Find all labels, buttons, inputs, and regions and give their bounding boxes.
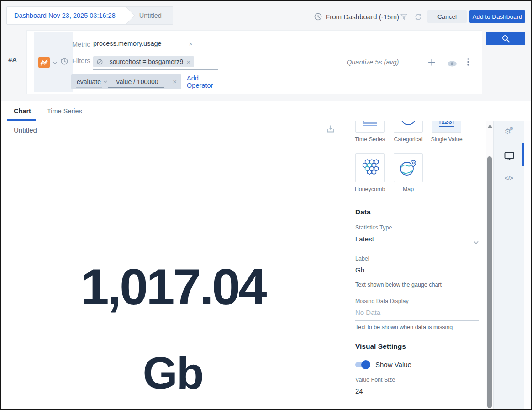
decimals-group: Decimals xyxy=(355,409,479,409)
honeycomb-chart-icon xyxy=(355,153,385,182)
time-range-label[interactable]: From Dashboard (-15m) xyxy=(326,13,399,21)
settings-panel: Time Series Categorical xyxy=(345,121,486,409)
decimals-label: Decimals xyxy=(355,409,479,409)
tab-dashboard-query-label: Dashboard Nov 23, 2025 03:16:28 xyxy=(14,12,116,19)
chart-panel: Untitled 1,017.04 Gb xyxy=(1,121,345,409)
operator-name[interactable]: evaluate xyxy=(77,78,107,85)
chart-type-row-2: Honeycomb xyxy=(355,153,479,192)
chevron-down-icon[interactable] xyxy=(53,58,57,66)
statistics-type-select[interactable]: Latest xyxy=(355,235,479,247)
metric-value: process.memory.usage xyxy=(93,40,162,47)
time-series-chart-icon xyxy=(355,121,385,133)
filters-label: Filters xyxy=(72,56,93,64)
app-window: Dashboard Nov 23, 2025 03:16:28 Untitled… xyxy=(0,0,532,410)
missing-data-label: Missing Data Display xyxy=(355,298,479,304)
show-value-toggle[interactable] xyxy=(355,362,369,367)
single-value-display: 1,017.04 xyxy=(1,261,345,313)
data-section-heading: Data xyxy=(355,208,479,216)
scrollbar-up-arrow[interactable] xyxy=(488,124,492,128)
metric-row: Metric process.memory.usage × xyxy=(72,40,193,50)
value-font-size-group: Value Font Size 24 xyxy=(355,377,479,399)
tab-chart[interactable]: Chart xyxy=(14,107,31,115)
filter-remove-icon[interactable]: × xyxy=(186,59,190,65)
chart-type-time-series[interactable]: Time Series xyxy=(355,121,385,143)
query-type-block xyxy=(34,32,73,92)
filter-chip-label: _sourcehost = bosgamerz9 xyxy=(106,58,183,65)
operator-chip[interactable]: evaluate _value / 100000 × xyxy=(71,74,181,89)
add-operator-link[interactable]: Add Operator xyxy=(187,75,223,89)
metric-clear-icon[interactable]: × xyxy=(189,40,193,47)
operator-row: evaluate _value / 100000 × Add Operator xyxy=(71,74,223,89)
chart-type-label: Single Value xyxy=(431,136,462,143)
add-query-icon[interactable] xyxy=(428,59,436,68)
filters-input[interactable]: _sourcehost = bosgamerz9 × xyxy=(93,56,218,70)
search-icon xyxy=(502,35,510,43)
tab-dashboard-query[interactable]: Dashboard Nov 23, 2025 03:16:28 xyxy=(7,7,126,24)
missing-data-input[interactable]: No Data xyxy=(355,309,479,321)
right-margin xyxy=(524,121,531,409)
tab-time-series[interactable]: Time Series xyxy=(47,107,82,115)
operator-expression-underline xyxy=(108,87,164,88)
active-rail-indicator xyxy=(522,143,524,166)
label-help-text: Text shown below the gauge chart xyxy=(355,282,479,288)
statistics-type-label: Statistics Type xyxy=(355,224,479,231)
chart-type-label: Time Series xyxy=(355,136,385,143)
more-options-kebab-icon[interactable] xyxy=(467,58,469,68)
metrics-query-icon[interactable] xyxy=(38,57,50,68)
chart-type-categorical[interactable]: Categorical xyxy=(394,121,423,143)
chart-type-label: Map xyxy=(403,186,414,192)
single-value-unit-label: Gb xyxy=(1,351,345,395)
label-input[interactable]: Gb xyxy=(355,266,479,278)
toggle-knob xyxy=(361,360,370,369)
chart-title: Untitled xyxy=(14,126,37,134)
value-font-size-input[interactable]: 24 xyxy=(355,387,479,399)
missing-data-group: Missing Data Display No Data Text to be … xyxy=(355,298,479,330)
scrollbar-thumb[interactable] xyxy=(487,156,492,408)
settings-scrollbar[interactable] xyxy=(486,121,493,409)
metric-input[interactable]: process.memory.usage × xyxy=(93,40,193,50)
settings-gears-icon[interactable]: ⚙⚙ xyxy=(494,128,524,135)
map-chart-icon xyxy=(394,153,423,182)
settings-scroll-content: Time Series Categorical xyxy=(355,121,479,409)
statistics-type-value: Latest xyxy=(355,235,374,243)
search-button[interactable] xyxy=(486,32,525,45)
chart-type-honeycomb[interactable]: Honeycomb xyxy=(355,153,385,192)
topbar: Dashboard Nov 23, 2025 03:16:28 Untitled… xyxy=(1,1,531,101)
query-tab-group: Dashboard Nov 23, 2025 03:16:28 Untitled xyxy=(6,6,173,25)
query-row-label: #A xyxy=(8,56,17,64)
quantize-label: Quantize 5s (avg) xyxy=(347,59,399,66)
code-view-icon[interactable]: </> xyxy=(494,175,524,181)
filters-row: Filters _sourcehost = bosgamerz9 × xyxy=(72,56,218,70)
cancel-button[interactable]: Cancel xyxy=(427,10,467,23)
right-rail: ⚙⚙ </> xyxy=(493,121,524,409)
chevron-down-icon xyxy=(474,238,479,245)
categorical-chart-icon xyxy=(394,121,423,133)
chart-type-label: Honeycomb xyxy=(355,186,385,192)
svg-text:123: 123 xyxy=(441,121,452,125)
missing-data-help-text: Text to be shown when data is missing xyxy=(355,324,479,330)
operator-name-label: evaluate xyxy=(77,78,101,85)
chart-type-label: Categorical xyxy=(394,136,422,143)
chart-type-single-value[interactable]: 123 Single Value xyxy=(432,121,461,143)
display-settings-icon[interactable] xyxy=(494,152,524,160)
operator-expression-input[interactable]: _value / 100000 xyxy=(113,78,158,85)
add-to-dashboard-button[interactable]: Add to Dashboard xyxy=(469,10,525,23)
chart-type-map[interactable]: Map xyxy=(394,153,423,192)
show-value-label: Show Value xyxy=(375,361,411,368)
statistics-type-group: Statistics Type Latest xyxy=(355,224,479,247)
download-icon[interactable] xyxy=(326,124,336,135)
label-group: Label Gb Text shown below the gauge char… xyxy=(355,256,479,288)
single-value-chart-icon: 123 xyxy=(432,121,461,133)
chevron-down-icon xyxy=(103,80,107,83)
show-value-row: Show Value xyxy=(355,361,479,368)
visibility-eye-icon[interactable] xyxy=(447,60,457,69)
filter-icon[interactable] xyxy=(400,13,408,22)
visual-settings-heading: Visual Settings xyxy=(355,342,479,351)
refresh-icon[interactable] xyxy=(414,13,422,23)
history-clock-icon[interactable] xyxy=(60,57,68,67)
operator-remove-icon[interactable]: × xyxy=(173,78,177,85)
metric-label: Metric xyxy=(72,40,93,48)
value-font-size-label: Value Font Size xyxy=(355,377,479,383)
filter-chip[interactable]: _sourcehost = bosgamerz9 × xyxy=(93,56,194,67)
content-row: Untitled 1,017.04 Gb xyxy=(1,121,531,409)
